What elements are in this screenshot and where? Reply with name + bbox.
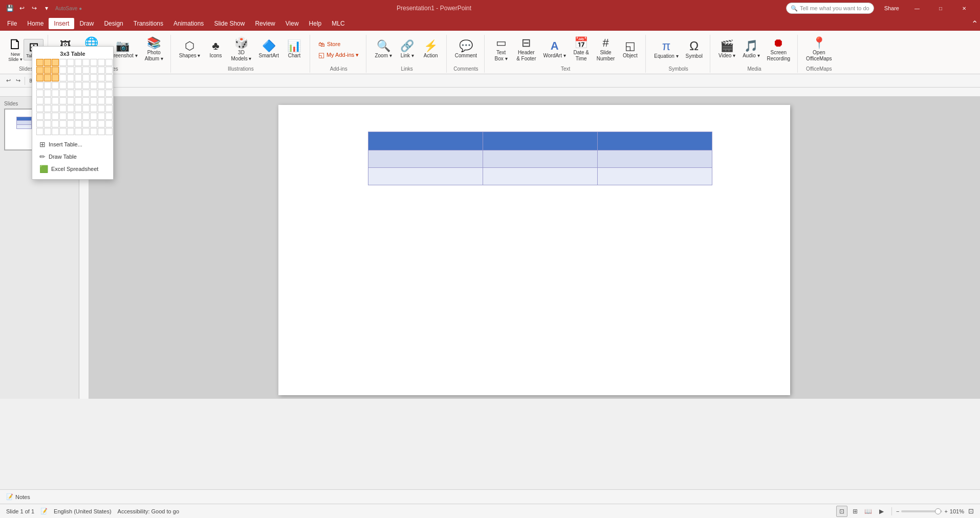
equation-button[interactable]: π Equation ▾	[651, 38, 681, 61]
grid-cell[interactable]	[75, 128, 82, 135]
grid-cell[interactable]	[82, 67, 90, 74]
photo-album-button[interactable]: 📚 PhotoAlbum ▾	[142, 36, 166, 63]
grid-cell[interactable]	[52, 105, 59, 112]
grid-cell[interactable]	[98, 113, 105, 120]
maximize-button[interactable]: □	[929, 0, 952, 16]
grid-cell[interactable]	[36, 105, 43, 112]
undo-button[interactable]: ↩	[4, 76, 13, 85]
redo-qa-button[interactable]: ↪	[29, 3, 40, 14]
table-grid[interactable]	[36, 59, 109, 135]
grid-cell[interactable]	[75, 120, 82, 127]
menu-mlc[interactable]: MLC	[326, 18, 350, 29]
menu-home[interactable]: Home	[22, 18, 49, 29]
grid-cell[interactable]	[36, 113, 43, 120]
grid-cell[interactable]	[82, 82, 90, 89]
grid-cell[interactable]	[98, 82, 105, 89]
table-cell-1-2[interactable]	[483, 132, 598, 150]
grid-cell[interactable]	[52, 128, 59, 135]
minimize-button[interactable]: —	[905, 0, 929, 16]
screen-recording-button[interactable]: ⏺ ScreenRecording	[764, 36, 794, 63]
comment-button[interactable]: 💬 Comment	[452, 39, 480, 60]
grid-cell[interactable]	[44, 105, 51, 112]
grid-cell[interactable]	[67, 74, 74, 81]
menu-transitions[interactable]: Transitions	[128, 18, 168, 29]
search-bar[interactable]: 🔍 Tell me what you want to do	[786, 3, 874, 14]
3d-models-button[interactable]: 🎲 3DModels ▾	[228, 36, 254, 63]
grid-cell[interactable]	[44, 97, 51, 104]
grid-cell[interactable]	[36, 59, 43, 66]
menu-slideshow[interactable]: Slide Show	[209, 18, 250, 29]
grid-cell[interactable]	[98, 105, 105, 112]
grid-cell[interactable]	[90, 59, 97, 66]
audio-button[interactable]: 🎵 Audio ▾	[739, 39, 763, 60]
grid-cell[interactable]	[59, 113, 67, 120]
table-cell-1-3[interactable]	[598, 132, 712, 150]
grid-cell[interactable]	[105, 82, 113, 89]
grid-cell[interactable]	[67, 113, 74, 120]
grid-cell[interactable]	[44, 74, 51, 81]
insert-table-item[interactable]: ⊞ Insert Table...	[36, 138, 109, 150]
grid-cell[interactable]	[105, 97, 113, 104]
grid-cell[interactable]	[59, 128, 67, 135]
menu-view[interactable]: View	[280, 18, 304, 29]
grid-cell[interactable]	[75, 105, 82, 112]
grid-cell[interactable]	[82, 74, 90, 81]
grid-cell[interactable]	[59, 67, 67, 74]
grid-cell[interactable]	[67, 105, 74, 112]
grid-cell[interactable]	[90, 90, 97, 97]
grid-cell[interactable]	[90, 67, 97, 74]
undo-qa-button[interactable]: ↩	[16, 3, 28, 14]
grid-cell[interactable]	[75, 82, 82, 89]
grid-cell[interactable]	[75, 97, 82, 104]
excel-spreadsheet-item[interactable]: 🟩 Excel Spreadsheet	[36, 163, 109, 175]
video-button[interactable]: 🎬 Video ▾	[715, 39, 738, 60]
grid-cell[interactable]	[44, 67, 51, 74]
grid-cell[interactable]	[44, 82, 51, 89]
menu-animations[interactable]: Animations	[168, 18, 209, 29]
grid-cell[interactable]	[98, 90, 105, 97]
table-cell-2-3[interactable]	[598, 150, 712, 168]
slide-number-button[interactable]: # SlideNumber	[594, 36, 618, 63]
grid-cell[interactable]	[75, 90, 82, 97]
menu-help[interactable]: Help	[304, 18, 327, 29]
menu-design[interactable]: Design	[99, 18, 128, 29]
menu-draw[interactable]: Draw	[74, 18, 99, 29]
action-button[interactable]: ⚡ Action	[420, 39, 442, 60]
grid-cell[interactable]	[90, 97, 97, 104]
grid-cell[interactable]	[52, 113, 59, 120]
grid-cell[interactable]	[44, 90, 51, 97]
grid-cell[interactable]	[105, 90, 113, 97]
grid-cell[interactable]	[105, 128, 113, 135]
grid-cell[interactable]	[59, 59, 67, 66]
symbol-button[interactable]: Ω Symbol	[683, 38, 706, 61]
grid-cell[interactable]	[82, 113, 90, 120]
grid-cell[interactable]	[44, 128, 51, 135]
grid-cell[interactable]	[98, 59, 105, 66]
menu-file[interactable]: File	[2, 18, 22, 29]
grid-cell[interactable]	[90, 82, 97, 89]
header-footer-button[interactable]: ⊟ Header& Footer	[513, 36, 539, 63]
slide-canvas-container[interactable]	[89, 97, 980, 399]
grid-cell[interactable]	[59, 74, 67, 81]
grid-cell[interactable]	[98, 67, 105, 74]
grid-cell[interactable]	[52, 74, 59, 81]
slide-table[interactable]	[368, 132, 712, 185]
smartart-button[interactable]: 🔷 SmartArt	[256, 39, 282, 60]
grid-cell[interactable]	[90, 105, 97, 112]
grid-cell[interactable]	[82, 90, 90, 97]
qa-more-button[interactable]: ▾	[41, 3, 52, 14]
menu-insert[interactable]: Insert	[49, 18, 74, 29]
grid-cell[interactable]	[98, 120, 105, 127]
ribbon-collapse-button[interactable]: ⌃	[971, 19, 978, 29]
new-slide-button[interactable]: 🗋 NewSlide ▾	[8, 37, 23, 62]
grid-cell[interactable]	[52, 67, 59, 74]
grid-cell[interactable]	[82, 128, 90, 135]
grid-cell[interactable]	[105, 120, 113, 127]
table-cell-3-2[interactable]	[483, 168, 598, 185]
grid-cell[interactable]	[67, 82, 74, 89]
grid-cell[interactable]	[52, 97, 59, 104]
grid-cell[interactable]	[36, 67, 43, 74]
grid-cell[interactable]	[105, 113, 113, 120]
grid-cell[interactable]	[52, 59, 59, 66]
close-button[interactable]: ✕	[952, 0, 976, 16]
